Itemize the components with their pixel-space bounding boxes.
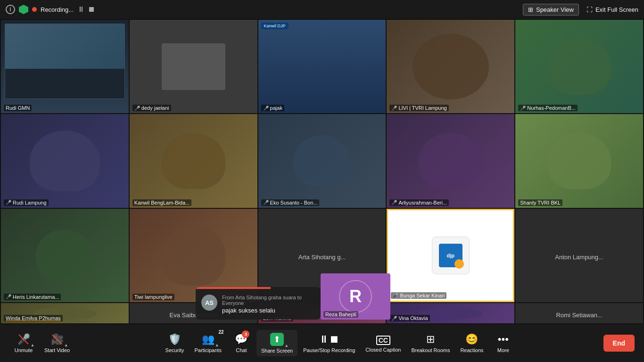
more-icon: ••• bbox=[498, 333, 509, 346]
tile-name-pajak: 🎤 pajak bbox=[261, 105, 284, 111]
top-bar-right: ⊞ Speaker View ⛶ Exit Full Screen bbox=[523, 4, 638, 16]
pause-stop-icon: ⏸⏹ bbox=[319, 333, 339, 346]
chat-message-text: pajak sukses selalu bbox=[222, 307, 315, 314]
tile-pajak: Kanwil DJP 🎤 pajak bbox=[258, 20, 386, 113]
mute-icon: 🎤 bbox=[17, 333, 30, 346]
tile-heris: 🎤 Heris Linkarutama... bbox=[1, 209, 129, 302]
pause-stop-label: Pause/Stop Recording bbox=[303, 347, 355, 353]
exit-fullscreen-label: Exit Full Screen bbox=[595, 6, 638, 13]
top-bar: i Recording... ⏸ ⏹ ⊞ Speaker View ⛶ Exit… bbox=[0, 0, 644, 19]
chat-button[interactable]: 💬 3 Chat bbox=[227, 330, 256, 356]
breakout-icon: ⊞ bbox=[426, 333, 435, 346]
exit-fullscreen-icon: ⛶ bbox=[586, 6, 593, 13]
nurhas-label: Nurhas-PedomanB... bbox=[527, 105, 576, 111]
chat-label: Chat bbox=[236, 347, 247, 353]
tiwi-label: Tiwi lampunglive bbox=[134, 294, 173, 300]
start-video-button[interactable]: 🎥 ▲ Start Video bbox=[40, 330, 74, 356]
tile-eko: 🎤 Eko Susanto - Bon... bbox=[258, 114, 386, 207]
tile-name-rudi-gmn: Rudi GMN bbox=[4, 105, 32, 111]
chat-overlay: AS From Arta Sihotang graha suara to Eve… bbox=[196, 287, 321, 320]
unmute-chevron[interactable]: ▲ bbox=[31, 343, 35, 347]
tile-nurhas: 🎤 Nurhas-PedomanB... bbox=[515, 20, 643, 113]
speaker-view-label: Speaker View bbox=[536, 6, 574, 13]
chat-message-body: AS From Arta Sihotang graha suara to Eve… bbox=[196, 289, 321, 320]
vina-label: Vina Oktavia bbox=[398, 315, 428, 321]
reactions-button[interactable]: 😊 Reactions bbox=[455, 330, 488, 356]
recording-indicator bbox=[32, 7, 37, 12]
mic-off-icon-bunga: 🎤 bbox=[393, 293, 398, 298]
tile-name-eko: 🎤 Eko Susanto - Bon... bbox=[261, 199, 320, 206]
unmute-button[interactable]: 🎤 ▲ Unmute bbox=[9, 330, 38, 356]
exit-fullscreen-button[interactable]: ⛶ Exit Full Screen bbox=[586, 6, 638, 13]
tile-name-bunga: 🎤 Bunga Sekar Kinari bbox=[391, 292, 446, 299]
mic-off-icon-vina: 🎤 bbox=[391, 316, 397, 321]
participants-button[interactable]: 👥 22 ▲ Participants bbox=[190, 330, 226, 356]
shield-icon bbox=[19, 5, 28, 14]
share-screen-button[interactable]: ⬆ ▲ Share Screen bbox=[256, 330, 297, 356]
bunga-label: Bunga Sekar Kinari bbox=[400, 293, 445, 298]
romi-label: Romi Setiawan... bbox=[556, 312, 602, 319]
tile-name-shanty: Shanty TVRI BKL bbox=[518, 199, 562, 206]
mic-off-icon-rudi-l: 🎤 bbox=[6, 200, 11, 205]
chat-sender-avatar: AS bbox=[201, 295, 217, 311]
security-button[interactable]: 🛡️ Security bbox=[160, 330, 189, 356]
tile-bunga: djp 🎤 Bunga Sekar Kinari bbox=[387, 209, 514, 302]
end-meeting-button[interactable]: End bbox=[603, 335, 635, 352]
tile-name-arliyus: 🎤 Arliyusrahman-Beri... bbox=[389, 199, 449, 206]
anton-avatar: Anton Lampung... bbox=[520, 214, 638, 297]
security-label: Security bbox=[165, 347, 184, 353]
speaker-view-button[interactable]: ⊞ Speaker View bbox=[523, 4, 579, 16]
reactions-icon: 😊 bbox=[465, 333, 478, 346]
heris-label: Heris Linkarutama... bbox=[13, 294, 59, 300]
mic-off-icon: 🎤 bbox=[134, 106, 140, 111]
closed-caption-label: Closed Caption bbox=[365, 347, 401, 353]
tile-dedy-jaelani: 🎤 dedy jaelani bbox=[130, 20, 257, 113]
pause-recording-btn[interactable]: ⏸ bbox=[77, 5, 85, 14]
chat-content: From Arta Sihotang graha suara to Everyo… bbox=[222, 295, 315, 314]
tile-name-kanwil: Kanwil BengLam-Bida... bbox=[132, 199, 191, 206]
kanwil-label: Kanwil BengLam-Bida... bbox=[134, 200, 190, 206]
security-icon: 🛡️ bbox=[168, 333, 181, 346]
mic-off-icon-arliyus: 🎤 bbox=[391, 200, 397, 205]
stop-recording-btn[interactable]: ⏹ bbox=[88, 5, 95, 14]
speaker-view-icon: ⊞ bbox=[528, 6, 533, 13]
reza-tile: R Reza Bahepti bbox=[321, 273, 390, 320]
share-screen-label: Share Screen bbox=[261, 348, 293, 354]
dedy-label: dedy jaelani bbox=[141, 105, 169, 111]
breakout-rooms-button[interactable]: ⊞ Breakout Rooms bbox=[406, 330, 454, 356]
unmute-label: Unmute bbox=[15, 347, 33, 353]
recording-controls[interactable]: ⏸ ⏹ bbox=[77, 5, 95, 14]
pause-stop-recording-button[interactable]: ⏸⏹ Pause/Stop Recording bbox=[298, 330, 360, 356]
closed-caption-button[interactable]: CC Closed Caption bbox=[361, 331, 405, 355]
more-button[interactable]: ••• More bbox=[489, 330, 517, 356]
video-chevron[interactable]: ▲ bbox=[64, 343, 68, 347]
video-icon-wrap: 🎥 ▲ bbox=[51, 333, 64, 346]
tile-romi: Romi Setiawan... bbox=[515, 303, 643, 323]
mic-off-icon-pajak: 🎤 bbox=[263, 106, 269, 111]
share-chevron[interactable]: ▲ bbox=[284, 343, 289, 348]
romi-avatar: Romi Setiawan... bbox=[520, 308, 638, 319]
mic-off-icon-heris: 🎤 bbox=[6, 294, 11, 299]
tile-shanty: Shanty TVRI BKL bbox=[515, 114, 643, 207]
tile-name-tiwi: Tiwi lampunglive bbox=[132, 294, 174, 300]
anton-label: Anton Lampung... bbox=[555, 254, 603, 261]
pajak-label: pajak bbox=[270, 105, 282, 111]
chat-icon-wrap: 💬 3 bbox=[235, 333, 248, 346]
unmute-icon-wrap: 🎤 ▲ bbox=[17, 333, 30, 346]
participants-chevron[interactable]: ▲ bbox=[215, 343, 219, 347]
chat-from: From Arta Sihotang graha suara to Everyo… bbox=[222, 295, 315, 306]
cc-icon: CC bbox=[376, 334, 390, 345]
toolbar-right-group: End bbox=[603, 335, 635, 352]
reza-initial: R bbox=[349, 287, 362, 306]
top-bar-left: i Recording... ⏸ ⏹ bbox=[6, 5, 95, 14]
recording-label: Recording... bbox=[41, 6, 74, 13]
toolbar: 🎤 ▲ Unmute 🎥 ▲ Start Video 🛡️ Secur bbox=[0, 324, 644, 362]
tile-vina: 🎤 Vina Oktavia bbox=[387, 303, 514, 323]
video-icon: 🎥 bbox=[51, 333, 64, 346]
mic-off-icon-eko: 🎤 bbox=[263, 200, 269, 205]
share-screen-icon-wrap: ⬆ ▲ bbox=[270, 333, 284, 346]
info-icon[interactable]: i bbox=[6, 5, 15, 14]
tile-winda: Winda Emilya P2humas bbox=[1, 303, 129, 323]
rudi-gmn-label: Rudi GMN bbox=[6, 105, 30, 111]
eko-label: Eko Susanto - Bon... bbox=[270, 200, 318, 206]
